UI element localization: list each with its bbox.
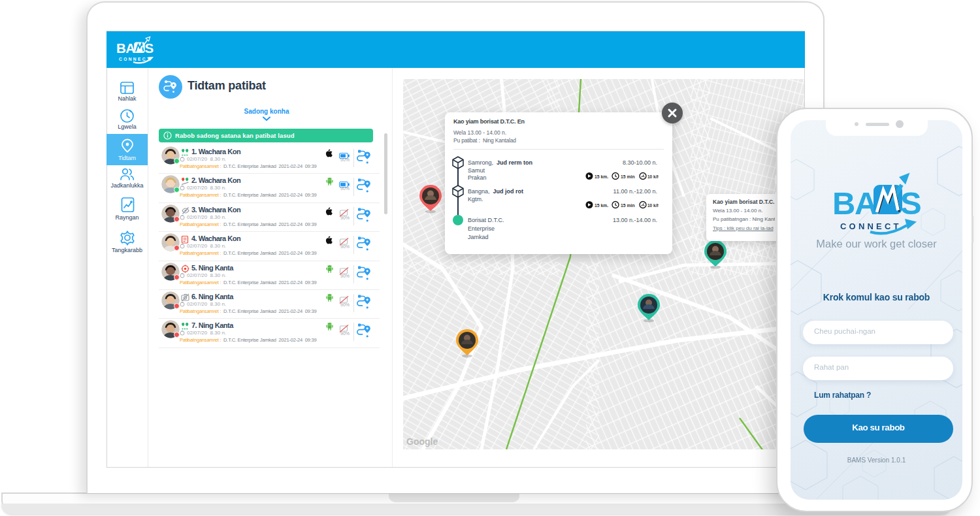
svg-text:15 km.: 15 km. (595, 203, 608, 208)
svg-text:CONNECT: CONNECT (119, 57, 151, 61)
svg-text:15 km.: 15 km. (595, 174, 608, 179)
svg-text:10 k/h: 10 k/h (647, 174, 659, 179)
svg-text:10 k/h: 10 k/h (647, 203, 659, 208)
svg-text:BA: BA (116, 40, 135, 56)
svg-text:BA: BA (832, 185, 877, 218)
svg-text:Google: Google (406, 436, 438, 447)
svg-text:S: S (900, 185, 922, 218)
svg-text:S: S (145, 40, 154, 56)
svg-text:15 min: 15 min (621, 203, 635, 208)
svg-text:15 min: 15 min (621, 174, 635, 179)
